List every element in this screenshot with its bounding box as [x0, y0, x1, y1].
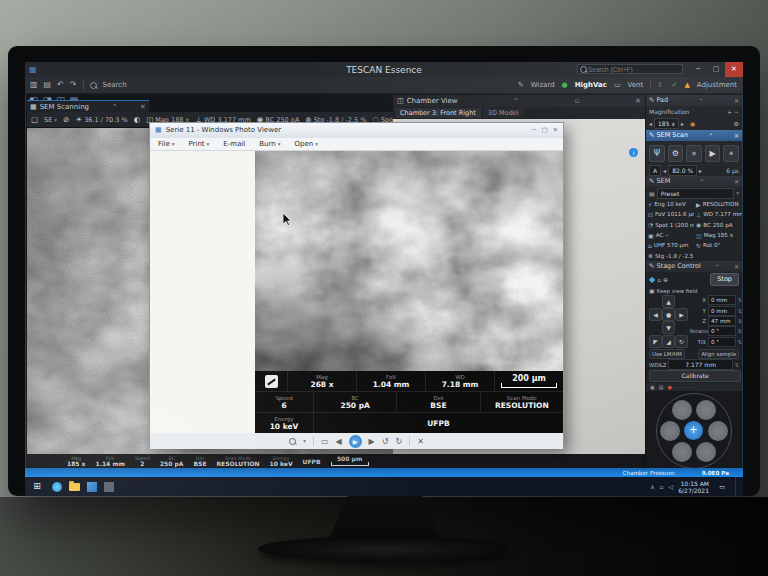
- collapse-icon[interactable]: ⌃: [715, 261, 720, 272]
- menu-email[interactable]: E-mail: [223, 138, 245, 150]
- collapse-icon[interactable]: ⌃: [700, 176, 705, 187]
- edge-browser-icon[interactable]: [52, 482, 62, 492]
- move-left-button[interactable]: ◀: [649, 308, 662, 321]
- keep-view-label[interactable]: Keep view field: [657, 288, 698, 294]
- close-icon[interactable]: ✕: [635, 95, 641, 107]
- magnification-value[interactable]: 185 x: [654, 118, 679, 129]
- menu-open[interactable]: Open▾: [295, 138, 318, 150]
- notification-icon[interactable]: ▭: [714, 479, 730, 494]
- rotate-ccw-icon[interactable]: ↺: [382, 437, 389, 446]
- taskbar-clock[interactable]: 10:15 AM 6/27/2021: [678, 480, 709, 494]
- close-icon[interactable]: ✕: [734, 130, 739, 141]
- stepper-icon[interactable]: ⇅: [735, 362, 739, 368]
- tab-chamber-camera[interactable]: Chamber 3: Front Right: [395, 108, 481, 118]
- float-icon[interactable]: ▫: [575, 95, 580, 107]
- play-slideshow-icon[interactable]: ▶: [349, 435, 362, 448]
- auto-gain-button[interactable]: A: [649, 165, 661, 176]
- param-stigmator[interactable]: ⊗Stg -1.8 / -2.5 %: [646, 250, 694, 260]
- acquire-icon[interactable]: ⌖: [723, 145, 739, 162]
- sample-position-3[interactable]: [660, 421, 680, 441]
- stage-x-input[interactable]: 0 mm: [708, 295, 736, 305]
- search-label[interactable]: Search: [103, 79, 127, 91]
- calibrate-button[interactable]: Calibrate: [649, 370, 741, 382]
- tray-volume-icon[interactable]: ◁: [669, 483, 674, 490]
- minimize-button[interactable]: ─: [689, 62, 707, 77]
- night-mode-icon[interactable]: ☾: [658, 79, 664, 91]
- param-ac[interactable]: ▣AC --: [646, 230, 694, 240]
- maximize-button[interactable]: ▢: [707, 62, 725, 77]
- param-wd[interactable]: ⊥WD 7.177 mm: [694, 209, 742, 219]
- param-spot[interactable]: ◔Spot 1 (200 ns): [646, 220, 694, 230]
- detector-icon[interactable]: Ψ: [649, 145, 665, 162]
- center-button[interactable]: ●: [662, 308, 675, 321]
- vent-button[interactable]: Vent: [628, 79, 644, 91]
- stepper-icon[interactable]: ⇅: [738, 297, 742, 303]
- collapse-icon[interactable]: ⌃: [699, 95, 704, 106]
- rotate-stage-icon[interactable]: ↻: [675, 335, 688, 348]
- param-bc[interactable]: ◉BC 250 pA: [694, 220, 742, 230]
- minus-icon[interactable]: −: [734, 108, 739, 115]
- stage-rotation-input[interactable]: 0 °: [708, 326, 736, 336]
- param-uhf[interactable]: ⌂UHF 570 µm: [646, 240, 694, 250]
- project-icon[interactable]: ▥: [30, 79, 38, 91]
- link-icon[interactable]: ⊕: [663, 276, 668, 283]
- chamber-view-tabbar[interactable]: ◫ Chamber View ⌃ ▫ ✕: [393, 95, 645, 107]
- move-right-button[interactable]: ▶: [675, 308, 688, 321]
- file-explorer-icon[interactable]: [69, 483, 80, 491]
- close-button[interactable]: ✕: [553, 123, 558, 138]
- beam-blank-icon[interactable]: ⊘: [63, 115, 69, 124]
- rotate-cw-icon[interactable]: ↻: [395, 437, 402, 446]
- sem-scan-panel-header[interactable]: ✎ SEM Scan ⌃ ✕: [646, 130, 742, 141]
- undock-icon[interactable]: ⌃: [513, 95, 519, 107]
- start-scan-icon[interactable]: ▶: [705, 145, 721, 162]
- stepper-icon[interactable]: ⇅: [738, 318, 742, 324]
- scan-settings-icon[interactable]: ⚙: [668, 145, 684, 162]
- previous-icon[interactable]: ◀: [335, 437, 341, 446]
- wizard-button[interactable]: Wizard: [531, 79, 555, 91]
- info-icon[interactable]: i: [629, 148, 638, 157]
- stage-y-input[interactable]: 0 mm: [708, 306, 736, 316]
- stepper-icon[interactable]: ⇅: [738, 328, 742, 334]
- maximize-button[interactable]: ▢: [541, 123, 547, 138]
- decrement-icon[interactable]: ◂: [663, 167, 666, 174]
- delete-icon[interactable]: ✕: [417, 437, 424, 446]
- param-mag[interactable]: ◫Mag 185 x: [694, 230, 742, 240]
- increment-icon[interactable]: ▸: [699, 167, 702, 174]
- menu-burn[interactable]: Burn▾: [259, 138, 280, 150]
- gain-value[interactable]: 82.0 %: [668, 165, 697, 176]
- decrement-icon[interactable]: ◂: [649, 120, 652, 127]
- app-icon[interactable]: [104, 482, 114, 492]
- tray-expand-icon[interactable]: ∧: [650, 483, 654, 490]
- holder-icon[interactable]: ▣: [650, 384, 655, 390]
- adjustment-button[interactable]: Adjustment: [697, 79, 737, 91]
- zoom-icon[interactable]: [289, 438, 296, 445]
- photos-app-icon[interactable]: [87, 482, 97, 492]
- menu-file[interactable]: File▾: [158, 138, 174, 150]
- close-icon[interactable]: ✕: [140, 101, 146, 112]
- param-energy[interactable]: ⚡Eng 10 keV: [646, 199, 694, 209]
- zoom-caret-icon[interactable]: ▾: [303, 438, 306, 444]
- photo-viewer-titlebar[interactable]: ▦ Serie 11 - Windows Photo Viewer ─ ▢ ✕: [150, 123, 563, 138]
- grid-icon[interactable]: ▤: [659, 384, 664, 390]
- tab-3d-model[interactable]: 3D Model: [483, 108, 524, 118]
- close-icon[interactable]: ✕: [734, 176, 739, 187]
- area-select-icon[interactable]: ▢: [31, 115, 38, 124]
- move-up-button[interactable]: ▲: [662, 295, 675, 308]
- param-fov[interactable]: ⊡FoV 1011.6 µm: [646, 209, 694, 219]
- sample-position-6[interactable]: [696, 442, 716, 462]
- next-icon[interactable]: ▶: [369, 437, 375, 446]
- align-sample-button[interactable]: Align sample: [698, 349, 739, 359]
- menu-print[interactable]: Print▾: [188, 138, 209, 150]
- single-frame-icon[interactable]: »: [686, 145, 702, 162]
- auto-bc-icon[interactable]: ◐: [134, 115, 141, 124]
- close-button[interactable]: ✕: [725, 62, 743, 77]
- stepper-icon[interactable]: ⇅: [738, 339, 742, 345]
- plus-icon[interactable]: +: [727, 108, 732, 115]
- sem-panel-header[interactable]: ✎ SEM ⌃ ✕: [646, 176, 742, 187]
- move-down-button[interactable]: ▼: [662, 321, 675, 334]
- stage-control-panel-header[interactable]: ✎ Stage Control ⌃ ✕: [646, 261, 742, 272]
- detector-select[interactable]: SE▾: [44, 116, 57, 124]
- tilt-down-icon[interactable]: ◢: [662, 335, 675, 348]
- param-scanmode[interactable]: ▶RESOLUTION: [694, 199, 742, 209]
- close-icon[interactable]: ✕: [734, 261, 739, 272]
